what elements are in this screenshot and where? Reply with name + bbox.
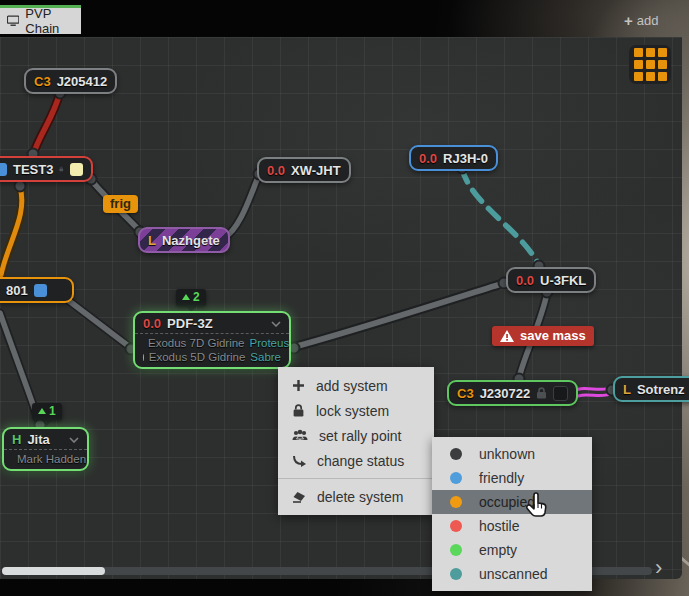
system-name: U-3FKL bbox=[540, 273, 586, 288]
curved-arrow-icon bbox=[292, 454, 306, 467]
lock-icon bbox=[59, 163, 64, 175]
status-dot bbox=[450, 496, 462, 508]
system-security: 0.0 bbox=[267, 163, 285, 178]
menu-separator bbox=[278, 478, 434, 479]
status-dot bbox=[450, 520, 462, 532]
scrollbar-thumb[interactable] bbox=[2, 567, 105, 575]
warning-icon bbox=[500, 330, 514, 342]
status-item-unknown[interactable]: unknown bbox=[432, 442, 592, 466]
system-security: 0.0 bbox=[516, 273, 534, 288]
grid-icon-button[interactable] bbox=[629, 45, 671, 84]
pilot-name: Exodus 7D Gidrine bbox=[148, 337, 245, 349]
edge-pdf3z-u3fkl[interactable] bbox=[294, 283, 504, 347]
pilot-name: Exodus 5D Gidrine bbox=[149, 351, 246, 363]
status-dot bbox=[450, 448, 462, 460]
system-node-j230722[interactable]: C3 J230722 bbox=[447, 380, 578, 406]
pilot-ship: Sabre bbox=[250, 351, 281, 363]
system-node-test3[interactable]: TEST3 bbox=[0, 156, 93, 182]
context-menu: add system lock system set rally point c… bbox=[278, 367, 434, 515]
system-node-pdf-3z[interactable]: 0.0 PDF-3Z Exodus 7D Gidrine Proteus Exo… bbox=[133, 311, 291, 369]
scroll-right-chevron[interactable]: › bbox=[655, 555, 662, 581]
system-node-xw-jht[interactable]: 0.0 XW-JHT bbox=[257, 157, 351, 183]
status-dot bbox=[450, 568, 462, 580]
status-item-hostile[interactable]: hostile bbox=[432, 514, 592, 538]
hand-cursor bbox=[524, 492, 550, 520]
edge-critical-red[interactable] bbox=[33, 92, 60, 155]
lock-icon bbox=[292, 404, 305, 417]
kills-badge: 1 bbox=[32, 403, 62, 420]
menu-item-change-status[interactable]: change status bbox=[278, 448, 434, 473]
system-class: H bbox=[12, 432, 21, 447]
edge-801-pdf3z[interactable] bbox=[60, 294, 131, 348]
menu-item-delete-system[interactable]: delete system bbox=[278, 484, 434, 509]
system-name: PDF-3Z bbox=[167, 316, 213, 331]
tab-pvp-chain[interactable]: PVP Chain bbox=[0, 5, 81, 34]
status-item-unscanned[interactable]: unscanned bbox=[432, 562, 592, 586]
users-icon bbox=[292, 429, 308, 442]
save-mass-badge: save mass bbox=[492, 326, 594, 346]
menu-item-add-system[interactable]: add system bbox=[278, 373, 434, 398]
system-security: 0.0 bbox=[143, 316, 161, 331]
system-node-sotrenz[interactable]: L Sotrenz bbox=[613, 376, 689, 402]
system-name: XW-JHT bbox=[291, 163, 341, 178]
eraser-icon bbox=[292, 490, 306, 503]
chevron-down-icon[interactable] bbox=[69, 437, 79, 443]
status-square-blue bbox=[34, 284, 47, 297]
pilot-name: Mark Hadden bbox=[17, 453, 86, 465]
pilot-row: Exodus 7D Gidrine Proteus bbox=[135, 336, 289, 350]
system-name: TEST3 bbox=[13, 162, 53, 177]
system-class: L bbox=[623, 382, 631, 397]
system-name: 801 bbox=[6, 283, 28, 298]
system-name: J230722 bbox=[480, 386, 531, 401]
status-dot bbox=[450, 544, 462, 556]
edge-dashed-teal[interactable] bbox=[462, 169, 539, 265]
system-node-rj3h-0[interactable]: 0.0 RJ3H-0 bbox=[409, 145, 498, 171]
lock-icon bbox=[536, 387, 547, 399]
system-name: Jita bbox=[27, 432, 49, 447]
status-item-friendly[interactable]: friendly bbox=[432, 466, 592, 490]
status-dot bbox=[450, 472, 462, 484]
monitor-icon bbox=[7, 15, 19, 27]
status-submenu: unknown friendly occupied hostile empty … bbox=[432, 437, 592, 591]
system-class: L bbox=[148, 233, 156, 248]
system-security: 0.0 bbox=[419, 151, 437, 166]
status-square-dark bbox=[553, 386, 568, 401]
status-square-blue bbox=[0, 163, 7, 176]
system-node-j205412[interactable]: C3 J205412 bbox=[24, 68, 117, 94]
up-triangle-icon bbox=[182, 294, 190, 300]
add-map-button[interactable]: + add bbox=[624, 12, 658, 29]
system-name: J205412 bbox=[57, 74, 108, 89]
add-label: add bbox=[637, 13, 659, 28]
pilot-row: Exodus 5D Gidrine Sabre bbox=[135, 350, 289, 364]
system-class: C3 bbox=[457, 386, 474, 401]
system-node-jita[interactable]: H Jita Mark Hadden bbox=[2, 427, 89, 471]
system-node-nazhgete[interactable]: L Nazhgete bbox=[138, 227, 230, 253]
frig-edge-label: frig bbox=[103, 195, 138, 213]
system-class: C3 bbox=[34, 74, 51, 89]
system-node-801[interactable]: 801 bbox=[0, 277, 74, 303]
system-node-u-3fkl[interactable]: 0.0 U-3FKL bbox=[506, 267, 596, 293]
pilot-row: Mark Hadden bbox=[4, 452, 87, 466]
system-name: Nazhgete bbox=[162, 233, 220, 248]
status-item-occupied[interactable]: occupied bbox=[432, 490, 592, 514]
menu-item-set-rally-point[interactable]: set rally point bbox=[278, 423, 434, 448]
pilot-dot bbox=[143, 354, 144, 361]
tab-label: PVP Chain bbox=[25, 6, 81, 36]
note-square-icon bbox=[70, 163, 83, 176]
up-triangle-icon bbox=[38, 408, 46, 414]
kills-badge: 2 bbox=[176, 289, 206, 306]
plus-icon: + bbox=[624, 12, 633, 29]
menu-item-lock-system[interactable]: lock system bbox=[278, 398, 434, 423]
plus-icon bbox=[292, 379, 305, 392]
status-item-empty[interactable]: empty bbox=[432, 538, 592, 562]
system-name: RJ3H-0 bbox=[443, 151, 488, 166]
system-name: Sotrenz bbox=[637, 382, 685, 397]
pilot-ship: Proteus bbox=[250, 337, 290, 349]
chevron-down-icon[interactable] bbox=[271, 321, 281, 327]
